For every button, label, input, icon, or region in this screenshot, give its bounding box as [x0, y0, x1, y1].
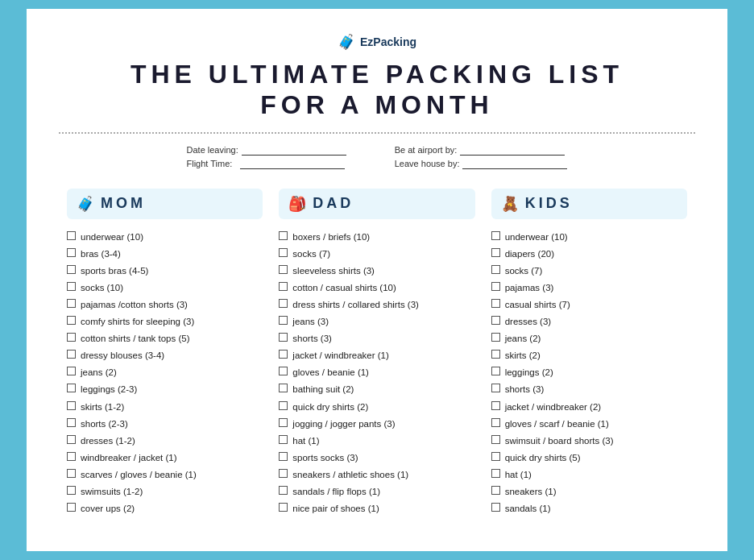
list-item-text: cotton shirts / tank tops (5) — [81, 332, 190, 345]
checkbox[interactable] — [491, 282, 500, 291]
checkbox[interactable] — [67, 231, 76, 240]
checkbox[interactable] — [67, 350, 76, 359]
checkbox[interactable] — [67, 248, 76, 257]
col-kids: 🧸KIDSunderwear (10)diapers (20)socks (7)… — [483, 189, 695, 520]
list-item-text: socks (10) — [81, 281, 123, 294]
checkbox[interactable] — [491, 248, 500, 257]
checkbox[interactable] — [279, 231, 288, 240]
list-item-text: hat (1) — [292, 434, 319, 447]
checkbox[interactable] — [67, 299, 76, 308]
col-header-dad: 🎒DAD — [279, 189, 474, 219]
checkbox[interactable] — [67, 486, 76, 495]
list-item-text: diapers (20) — [505, 247, 554, 260]
checkbox[interactable] — [491, 350, 500, 359]
list-item: jogging / jogger pants (3) — [279, 417, 474, 430]
checkbox[interactable] — [491, 231, 500, 240]
brand: 🧳 EzPacking — [59, 33, 695, 51]
checkbox[interactable] — [67, 503, 76, 512]
checkbox[interactable] — [279, 350, 288, 359]
checkbox[interactable] — [491, 333, 500, 342]
checkbox[interactable] — [491, 486, 500, 495]
checkbox[interactable] — [279, 469, 288, 478]
list-item: socks (10) — [67, 281, 263, 294]
airport-row: Be at airport by: — [395, 145, 568, 156]
list-item: dresses (1-2) — [67, 434, 263, 447]
list-item: swimsuit / board shorts (3) — [491, 434, 687, 447]
list-item-text: pajamas /cotton shorts (3) — [81, 298, 188, 311]
checkbox[interactable] — [279, 384, 288, 392]
checkbox[interactable] — [279, 486, 288, 495]
checkbox[interactable] — [67, 452, 76, 461]
checkbox[interactable] — [279, 452, 288, 461]
list-item: jacket / windbreaker (1) — [279, 349, 474, 362]
list-item: sneakers (1) — [491, 485, 687, 498]
checkbox[interactable] — [491, 316, 500, 325]
date-col-right: Be at airport by: Leave house by: — [395, 145, 568, 169]
checkbox[interactable] — [67, 333, 76, 342]
checkbox[interactable] — [279, 503, 288, 512]
date-leaving-row: Date leaving: — [187, 145, 346, 156]
list-item: hat (1) — [491, 468, 687, 481]
list-item-text: dress shirts / collared shirts (3) — [292, 298, 419, 311]
checkbox[interactable] — [491, 452, 500, 461]
checkbox[interactable] — [491, 469, 500, 478]
checkbox[interactable] — [279, 333, 288, 342]
checkbox[interactable] — [491, 265, 500, 274]
list-item-text: casual shirts (7) — [505, 298, 570, 311]
checkbox[interactable] — [279, 401, 288, 410]
list-item-text: sneakers / athletic shoes (1) — [292, 468, 408, 481]
list-item-text: swimsuit / board shorts (3) — [505, 434, 614, 447]
list-item: comfy shirts for sleeping (3) — [67, 315, 263, 328]
checkbox[interactable] — [67, 469, 76, 478]
checkbox[interactable] — [279, 299, 288, 308]
col-icon-kids: 🧸 — [501, 195, 519, 213]
checkbox[interactable] — [491, 418, 500, 427]
date-leaving-line — [242, 145, 346, 156]
col-title-kids: KIDS — [525, 195, 573, 212]
date-fields: Date leaving: Flight Time: Be at airport… — [59, 145, 695, 169]
checkbox[interactable] — [279, 418, 288, 427]
checkbox[interactable] — [279, 248, 288, 257]
list-item: windbreaker / jacket (1) — [67, 451, 263, 464]
checklist-dad: boxers / briefs (10)socks (7)sleeveless … — [279, 230, 474, 516]
checkbox[interactable] — [67, 401, 76, 410]
checkbox[interactable] — [67, 265, 76, 274]
checkbox[interactable] — [491, 401, 500, 410]
checkbox[interactable] — [491, 503, 500, 512]
checkbox[interactable] — [279, 282, 288, 291]
list-item: underwear (10) — [67, 230, 263, 243]
list-item-text: scarves / gloves / beanie (1) — [81, 468, 197, 481]
checkbox[interactable] — [67, 418, 76, 427]
brand-name: EzPacking — [360, 35, 416, 48]
checkbox[interactable] — [491, 299, 500, 308]
list-item-text: sandals / flip flops (1) — [292, 485, 380, 498]
checkbox[interactable] — [67, 316, 76, 325]
checkbox[interactable] — [67, 282, 76, 291]
checkbox[interactable] — [67, 367, 76, 375]
checklist-kids: underwear (10)diapers (20)socks (7)pajam… — [491, 230, 687, 516]
checkbox[interactable] — [491, 435, 500, 444]
checkbox[interactable] — [491, 367, 500, 375]
list-item-text: swimsuits (1-2) — [81, 485, 143, 498]
list-item-text: sports bras (4-5) — [81, 264, 148, 277]
list-item-text: leggings (2-3) — [81, 383, 137, 396]
checkbox[interactable] — [279, 265, 288, 274]
checkbox[interactable] — [279, 367, 288, 375]
col-icon-mom: 🧳 — [77, 195, 94, 213]
list-item-text: quick dry shirts (2) — [292, 400, 368, 413]
list-item-text: boxers / briefs (10) — [292, 230, 370, 243]
list-item: boxers / briefs (10) — [279, 230, 474, 243]
list-item: sneakers / athletic shoes (1) — [279, 468, 474, 481]
list-item: jacket / windbreaker (2) — [491, 400, 687, 413]
col-mom: 🧳MOMunderwear (10)bras (3-4)sports bras … — [59, 189, 271, 520]
checkbox[interactable] — [491, 384, 500, 392]
list-item-text: bathing suit (2) — [292, 383, 354, 396]
list-item-text: gloves / scarf / beanie (1) — [505, 417, 609, 430]
checkbox[interactable] — [279, 316, 288, 325]
list-item-text: jogging / jogger pants (3) — [292, 417, 395, 430]
checkbox[interactable] — [279, 435, 288, 444]
checkbox[interactable] — [67, 435, 76, 444]
list-item-text: dresses (3) — [505, 315, 552, 328]
list-item: shorts (2-3) — [67, 417, 263, 430]
checkbox[interactable] — [67, 384, 76, 392]
